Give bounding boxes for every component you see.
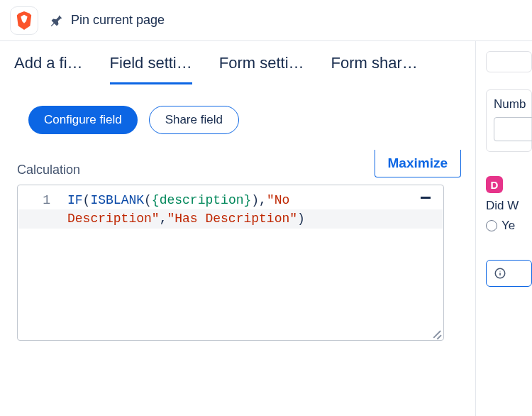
side-card-number: Numb [486,89,532,152]
side-card-didw: D Did W Ye [486,169,532,243]
maximize-button[interactable]: Maximize [375,150,461,177]
tab-add-field[interactable]: Add a fi… [14,54,83,84]
tab-form-settings[interactable]: Form setti… [219,54,304,84]
d-chip: D [486,176,503,193]
radio-yes[interactable]: Ye [486,219,532,233]
number-label: Numb [494,97,531,111]
radio-yes-label: Ye [501,219,515,233]
calculation-editor[interactable]: 1 IF(ISBLANK({description}),"No Descript… [17,185,444,341]
info-icon [494,267,506,280]
svg-point-2 [499,270,500,271]
editor-resize-handle[interactable] [431,328,441,338]
number-input[interactable] [494,117,532,141]
radio-icon [486,220,497,231]
brave-logo [10,6,38,35]
editor-code[interactable]: IF(ISBLANK({description}),"No Descriptio… [67,191,443,228]
pin-icon [50,13,64,28]
top-toolbar: Pin current page [0,0,532,41]
right-pane: Numb D Did W Ye [475,41,532,416]
editor-gutter: 1 [18,191,67,228]
left-pane: Add a fi… Field setti… Form setti… Form … [0,41,475,416]
tab-form-sharing[interactable]: Form shar… [331,54,418,84]
calculation-header: Calculation Maximize [13,150,461,177]
info-card[interactable] [486,260,532,287]
side-card-stub [486,51,532,72]
pin-current-page-button[interactable]: Pin current page [50,13,165,28]
line-number: 1 [18,191,50,209]
configure-field-button[interactable]: Configure field [28,106,138,134]
brave-lion-icon [15,11,33,30]
didw-label: Did W [486,199,532,213]
button-row: Configure field Share field [13,106,461,134]
tab-field-settings[interactable]: Field setti… [110,54,192,84]
share-field-button[interactable]: Share field [149,106,239,134]
calculation-label: Calculation [17,163,80,177]
pin-label: Pin current page [71,13,165,28]
tabs: Add a fi… Field setti… Form setti… Form … [13,54,461,84]
